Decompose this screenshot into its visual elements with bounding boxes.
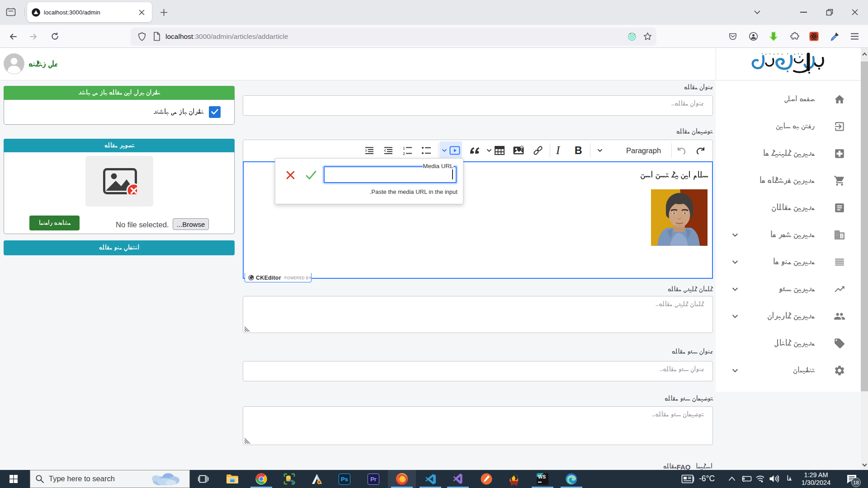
- svg-text:2: 2: [403, 151, 405, 155]
- svg-text:1: 1: [403, 146, 405, 150]
